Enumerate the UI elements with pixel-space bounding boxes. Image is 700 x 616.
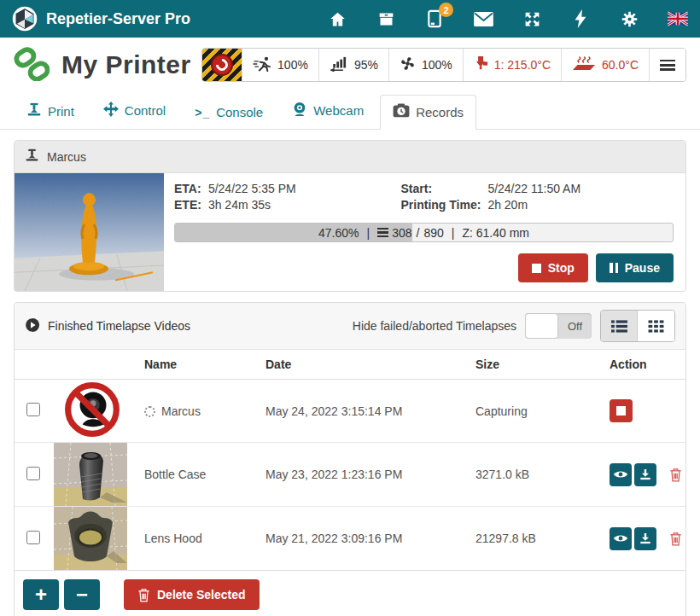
notification-badge: 2 (439, 3, 453, 17)
video-thumbnail (54, 507, 127, 570)
play-circle-icon (25, 317, 40, 335)
printer-menu-button[interactable] (649, 49, 685, 81)
job-printer-icon (25, 148, 39, 165)
job-info: ETA: 5/24/22 5:35 PM Start: 5/24/22 11:5… (174, 182, 674, 212)
z-height: Z: 61.40 mm (462, 226, 529, 240)
capturing-spinner-icon (144, 406, 155, 417)
col-action: Action (606, 350, 685, 380)
stop-button[interactable]: Stop (518, 253, 588, 282)
layer-total: 890 (423, 226, 443, 240)
speed-value: 100% (277, 58, 308, 72)
col-size: Size (472, 350, 606, 380)
view-video-button[interactable] (610, 463, 632, 486)
layers-icon (377, 228, 388, 237)
printer-header: My Printer 100% (0, 38, 700, 92)
gear-icon[interactable] (619, 9, 639, 29)
tab-webcam[interactable]: Webcam (279, 93, 376, 129)
tab-control-label: Control (125, 103, 166, 118)
repetier-logo-icon (12, 6, 38, 32)
pause-button[interactable]: Pause (596, 253, 674, 282)
view-video-button[interactable] (610, 527, 632, 550)
table-row: Lens Hood May 21, 2022 3:09:16 PM 21297.… (15, 507, 685, 571)
expand-arrows-icon[interactable] (522, 9, 542, 29)
toggle-knob (525, 313, 558, 339)
printing-time-value: 2h 20m (487, 198, 674, 212)
deselect-all-button[interactable]: − (64, 579, 100, 610)
record-date: May 21, 2022 3:09:16 PM (262, 507, 472, 571)
tab-records-label: Records (416, 105, 464, 119)
brand-title: Repetier-Server Pro (46, 10, 190, 28)
delete-video-button[interactable] (669, 532, 682, 546)
row-checkbox[interactable] (26, 403, 40, 416)
home-icon[interactable] (327, 9, 347, 29)
emergency-stop-icon (202, 49, 242, 81)
tab-webcam-label: Webcam (313, 103, 364, 118)
pause-label: Pause (625, 261, 660, 275)
record-date: May 24, 2022 3:15:14 PM (262, 380, 472, 443)
eta-value: 5/24/22 5:35 PM (208, 182, 394, 195)
printing-time-label: Printing Time: (401, 198, 481, 212)
printers-box-icon[interactable] (376, 9, 396, 29)
mail-icon[interactable] (473, 9, 493, 29)
grid-view-button[interactable] (638, 311, 674, 341)
row-checkbox[interactable] (26, 467, 40, 480)
language-flag-icon[interactable] (668, 9, 688, 29)
start-label: Start: (401, 182, 481, 195)
pause-icon (610, 263, 618, 273)
control-arrows-icon (103, 102, 119, 119)
progress-divider: | (367, 226, 370, 240)
record-date: May 23, 2022 1:23:16 PM (262, 443, 472, 507)
extruder-temperature[interactable]: 1: 215.0°C (463, 49, 561, 81)
delete-selected-button[interactable]: Delete Selected (124, 579, 260, 610)
flow-multiplier[interactable]: 95% (318, 49, 388, 81)
stop-capture-button[interactable] (610, 399, 633, 422)
record-size: 21297.8 kB (472, 507, 606, 571)
table-row: Marcus May 24, 2022 3:15:14 PM Capturing (15, 380, 685, 443)
tab-console-label: Console (216, 105, 263, 119)
fan-value: 100% (422, 58, 452, 72)
ete-value: 3h 24m 35s (208, 198, 394, 212)
stop-icon (616, 406, 626, 416)
progress-divider2: | (452, 226, 455, 240)
hide-failed-toggle[interactable]: Off (525, 313, 592, 339)
col-name: Name (141, 350, 262, 380)
console-prompt-icon: >_ (195, 106, 210, 119)
tab-console[interactable]: >_ Console (182, 96, 276, 129)
select-all-button[interactable]: + (23, 579, 59, 610)
timelapse-table: Name Date Size Action (15, 350, 685, 571)
delete-selected-label: Delete Selected (157, 588, 246, 601)
table-row: Bottle Case May 23, 2022 1:23:16 PM 3271… (15, 443, 685, 507)
job-preview-image (15, 173, 164, 291)
eta-label: ETA: (174, 182, 201, 195)
record-size: Capturing (472, 380, 606, 443)
speed-multiplier[interactable]: 100% (242, 49, 318, 81)
tab-bar: Print Control >_ Console Webcam (0, 92, 700, 130)
flow-value: 95% (354, 58, 378, 72)
download-video-button[interactable] (634, 463, 656, 486)
stop-icon (532, 264, 541, 273)
extruder-icon (474, 55, 488, 74)
navbar: Repetier-Server Pro 2 (0, 0, 700, 38)
speed-runner-icon (253, 56, 271, 74)
ete-label: ETE: (174, 198, 201, 212)
timelapse-header: Finished Timelapse Videos Hide failed/ab… (15, 303, 685, 350)
extruder-temp-value: 1: 215.0°C (494, 58, 551, 72)
bed-temp-value: 60.0°C (602, 58, 639, 72)
tab-print-label: Print (48, 104, 74, 119)
tab-control[interactable]: Control (90, 93, 178, 129)
devices-icon[interactable]: 2 (424, 9, 445, 29)
record-name: Lens Hood (144, 532, 202, 545)
tab-records[interactable]: Records (380, 95, 476, 130)
fan-control[interactable]: 100% (388, 49, 463, 81)
download-video-button[interactable] (634, 527, 656, 550)
row-checkbox[interactable] (26, 531, 40, 544)
tab-print[interactable]: Print (14, 94, 87, 129)
delete-video-button[interactable] (669, 468, 682, 482)
list-view-button[interactable] (601, 311, 638, 341)
bed-temperature[interactable]: 60.0°C (561, 49, 649, 81)
emergency-stop-button[interactable] (202, 49, 242, 81)
toggle-state: Off (558, 313, 592, 339)
bolt-icon[interactable] (570, 9, 591, 29)
trash-icon (137, 588, 150, 602)
brand[interactable]: Repetier-Server Pro (12, 6, 190, 32)
